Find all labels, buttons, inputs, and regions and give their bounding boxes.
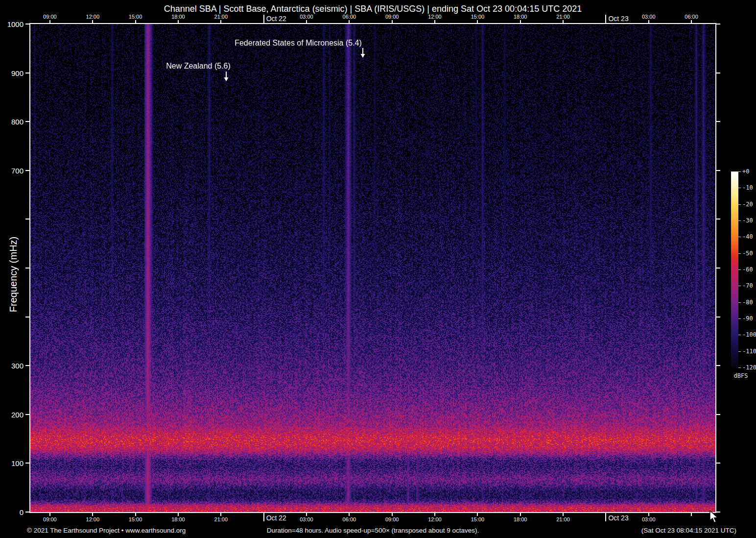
event-annotation-arrow-icon: [360, 48, 366, 60]
event-annotation-label: Federated States of Micronesia (5.4): [235, 39, 362, 48]
top-axis-tick: [563, 20, 564, 24]
colorbar-gradient: [731, 171, 738, 367]
bottom-axis-tick-label: 18:00: [171, 516, 185, 522]
bottom-axis-tick-label: 21:00: [556, 516, 570, 522]
event-annotation-arrow-icon: [223, 72, 229, 83]
colorbar: dBFS +0-10-20-30-40-50-60-70-80-90-100-1…: [731, 171, 738, 367]
top-axis-tick-label: 15:00: [471, 14, 485, 20]
colorbar-tick-label: +0: [742, 168, 749, 175]
top-axis-tick: [220, 20, 221, 24]
colorbar-tick-label: -70: [742, 282, 753, 289]
right-axis-tick: [716, 73, 720, 73]
bottom-axis-tick-label: 18:00: [514, 516, 527, 522]
right-axis-tick: [716, 24, 720, 24]
footer-end-timestamp: (Sat Oct 23 08:04:15 2021 UTC): [641, 527, 736, 534]
bottom-axis-tick: [306, 512, 307, 516]
bottom-axis-tick-label: 21:00: [214, 516, 228, 522]
left-axis-tick: [25, 73, 30, 73]
bottom-axis-tick-label: 06:00: [343, 516, 356, 522]
top-axis-tick: [520, 20, 521, 24]
bottom-axis-tick-label: 15:00: [129, 516, 142, 522]
top-axis-tick: [691, 20, 692, 24]
colorbar-tick: [738, 188, 741, 188]
colorbar-tick-label: -120: [742, 364, 756, 371]
colorbar-tick: [738, 220, 741, 221]
colorbar-tick-label: -60: [742, 266, 753, 273]
colorbar-tick-label: -110: [742, 348, 756, 355]
top-axis-tick: [306, 20, 307, 24]
top-axis-tick: [349, 20, 350, 24]
bottom-axis-tick: [220, 512, 221, 516]
bottom-axis-tick: [135, 512, 136, 516]
colorbar-tick: [738, 171, 741, 172]
bottom-axis-tick-label: 03:00: [642, 516, 656, 522]
colorbar-tick-label: -80: [742, 299, 753, 306]
left-axis-tick-label: 200: [11, 410, 24, 418]
bottom-axis-tick: [477, 512, 478, 516]
left-axis-tick-label: 800: [11, 118, 24, 126]
top-axis-tick: [392, 20, 393, 24]
top-axis-tick-label: 15:00: [129, 14, 142, 20]
bottom-axis-tick-label: 12:00: [428, 516, 442, 522]
bottom-axis-tick-label: 03:00: [300, 516, 313, 522]
bottom-axis-tick: [49, 512, 50, 516]
top-axis-tick-label: 12:00: [86, 14, 100, 20]
bottom-axis-tick: [349, 512, 350, 516]
spectrogram-plot-area: 09:0012:0015:0018:0021:00Oct 2203:0006:0…: [29, 23, 716, 513]
right-axis-tick: [716, 414, 720, 415]
top-axis-tick-label: 09:00: [43, 14, 57, 20]
right-axis-tick: [716, 463, 720, 464]
top-axis-tick-label: 21:00: [556, 14, 570, 20]
top-axis-tick: [648, 20, 649, 24]
top-axis-tick: [477, 20, 478, 24]
top-axis-tick: [49, 20, 50, 24]
mouse-cursor-icon: [709, 510, 720, 525]
bottom-axis-tick-label: Oct 23: [608, 514, 628, 522]
colorbar-tick: [738, 367, 741, 368]
right-axis-tick: [716, 317, 720, 318]
top-axis-tick-label: 09:00: [385, 14, 399, 20]
colorbar-tick: [738, 302, 741, 303]
chart-title: Channel SBA | Scott Base, Antarctica (se…: [29, 4, 716, 14]
spectrogram-page: Channel SBA | Scott Base, Antarctica (se…: [0, 0, 756, 538]
colorbar-tick: [738, 286, 741, 286]
right-axis-tick: [716, 121, 720, 122]
top-axis-tick: [605, 15, 606, 24]
colorbar-tick-label: -90: [742, 315, 753, 322]
top-axis-tick-label: 18:00: [514, 14, 527, 20]
bottom-axis-tick: [563, 512, 564, 516]
colorbar-tick-label: -30: [742, 217, 753, 224]
bottom-axis-tick-label: 12:00: [86, 516, 100, 522]
bottom-axis-tick: [178, 512, 179, 516]
top-axis-tick-label: 06:00: [685, 14, 698, 20]
right-axis-tick: [716, 170, 720, 171]
top-axis-tick: [263, 15, 264, 24]
colorbar-title: dBFS: [728, 372, 754, 379]
left-axis-tick: [25, 268, 30, 269]
top-axis-tick-label: 21:00: [214, 14, 228, 20]
left-axis-tick: [25, 121, 30, 122]
left-axis-tick: [25, 170, 30, 171]
colorbar-tick-label: -10: [742, 184, 753, 191]
colorbar-tick-label: -20: [742, 201, 753, 208]
colorbar-tick: [738, 318, 741, 319]
bottom-axis-tick-label: 09:00: [43, 516, 57, 522]
left-axis-tick: [25, 414, 30, 415]
colorbar-tick-label: -40: [742, 233, 753, 240]
left-axis-tick: [25, 219, 30, 220]
bottom-axis-tick: [263, 512, 264, 521]
colorbar-tick: [738, 237, 741, 237]
colorbar-tick: [738, 335, 741, 335]
spectrogram-canvas: [30, 24, 715, 512]
top-axis-tick: [178, 20, 179, 24]
bottom-axis-tick-label: Oct 22: [266, 514, 286, 522]
bottom-axis-tick: [648, 512, 649, 516]
left-axis-tick: [25, 512, 30, 513]
footer-duration-info: Duration=48 hours. Audio speed-up=500× (…: [29, 527, 716, 534]
left-axis-tick-label: 100: [11, 459, 24, 467]
left-axis-tick-label: 0: [20, 508, 24, 516]
left-axis-tick-label: 1000: [7, 20, 24, 28]
bottom-axis-tick: [691, 512, 692, 516]
top-axis-tick: [135, 20, 136, 24]
bottom-axis-tick-label: 15:00: [471, 516, 485, 522]
